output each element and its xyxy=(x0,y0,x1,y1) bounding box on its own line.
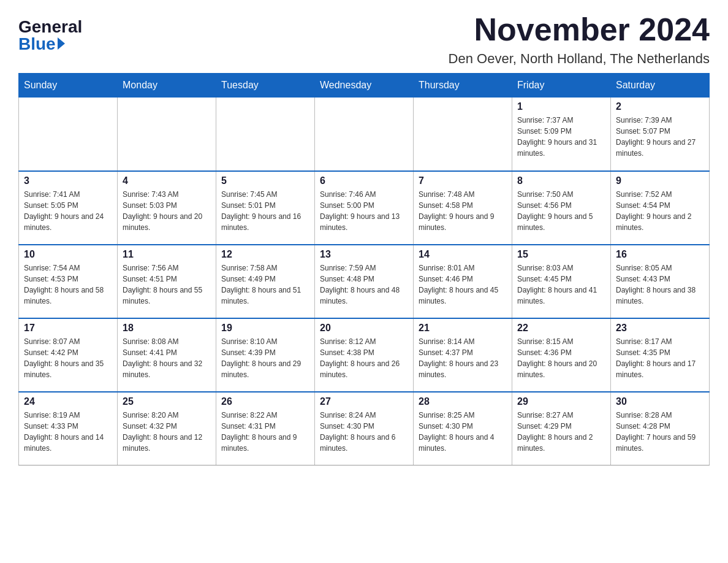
day-number: 12 xyxy=(221,249,309,260)
weekday-header-thursday: Thursday xyxy=(414,74,512,98)
day-number: 22 xyxy=(517,323,605,334)
calendar-cell: 9Sunrise: 7:52 AMSunset: 4:54 PMDaylight… xyxy=(611,171,710,245)
day-info: Sunrise: 8:08 AMSunset: 4:41 PMDaylight:… xyxy=(123,336,211,380)
week-row-4: 17Sunrise: 8:07 AMSunset: 4:42 PMDayligh… xyxy=(19,318,710,392)
calendar-cell: 30Sunrise: 8:28 AMSunset: 4:28 PMDayligh… xyxy=(611,392,710,465)
calendar-cell: 8Sunrise: 7:50 AMSunset: 4:56 PMDaylight… xyxy=(512,171,611,245)
day-number: 17 xyxy=(24,323,112,334)
calendar-cell: 19Sunrise: 8:10 AMSunset: 4:39 PMDayligh… xyxy=(216,318,315,392)
day-info: Sunrise: 7:59 AMSunset: 4:48 PMDaylight:… xyxy=(320,262,408,307)
weekday-header-friday: Friday xyxy=(512,74,611,98)
day-number: 26 xyxy=(221,396,309,407)
calendar-cell: 5Sunrise: 7:45 AMSunset: 5:01 PMDaylight… xyxy=(216,171,315,245)
calendar-cell xyxy=(414,98,512,171)
logo: General Blue xyxy=(18,12,82,53)
day-info: Sunrise: 8:28 AMSunset: 4:28 PMDaylight:… xyxy=(616,410,704,454)
logo-triangle-icon xyxy=(58,37,65,50)
day-info: Sunrise: 7:54 AMSunset: 4:53 PMDaylight:… xyxy=(24,262,112,307)
day-info: Sunrise: 8:19 AMSunset: 4:33 PMDaylight:… xyxy=(24,410,112,454)
day-info: Sunrise: 7:58 AMSunset: 4:49 PMDaylight:… xyxy=(221,262,309,307)
day-info: Sunrise: 8:12 AMSunset: 4:38 PMDaylight:… xyxy=(320,336,408,380)
calendar-cell: 11Sunrise: 7:56 AMSunset: 4:51 PMDayligh… xyxy=(118,245,216,318)
day-info: Sunrise: 7:39 AMSunset: 5:07 PMDaylight:… xyxy=(616,115,704,159)
weekday-header-saturday: Saturday xyxy=(611,74,710,98)
day-number: 24 xyxy=(24,396,112,407)
day-info: Sunrise: 7:41 AMSunset: 5:05 PMDaylight:… xyxy=(24,189,112,233)
day-number: 10 xyxy=(24,249,112,260)
calendar-cell: 29Sunrise: 8:27 AMSunset: 4:29 PMDayligh… xyxy=(512,392,611,465)
day-number: 18 xyxy=(123,323,211,334)
day-info: Sunrise: 7:46 AMSunset: 5:00 PMDaylight:… xyxy=(320,189,408,233)
calendar-cell: 23Sunrise: 8:17 AMSunset: 4:35 PMDayligh… xyxy=(611,318,710,392)
day-number: 7 xyxy=(419,175,507,186)
day-number: 29 xyxy=(517,396,605,407)
day-info: Sunrise: 8:14 AMSunset: 4:37 PMDaylight:… xyxy=(419,336,507,380)
weekday-header-row: SundayMondayTuesdayWednesdayThursdayFrid… xyxy=(19,74,710,98)
day-number: 23 xyxy=(616,323,704,334)
day-number: 19 xyxy=(221,323,309,334)
calendar-cell: 27Sunrise: 8:24 AMSunset: 4:30 PMDayligh… xyxy=(315,392,414,465)
day-info: Sunrise: 7:52 AMSunset: 4:54 PMDaylight:… xyxy=(616,189,704,233)
day-number: 2 xyxy=(616,101,704,112)
day-info: Sunrise: 8:17 AMSunset: 4:35 PMDaylight:… xyxy=(616,336,704,380)
calendar-cell: 2Sunrise: 7:39 AMSunset: 5:07 PMDaylight… xyxy=(611,98,710,171)
calendar-cell: 12Sunrise: 7:58 AMSunset: 4:49 PMDayligh… xyxy=(216,245,315,318)
day-number: 6 xyxy=(320,175,408,186)
calendar-table: SundayMondayTuesdayWednesdayThursdayFrid… xyxy=(18,73,710,465)
weekday-header-monday: Monday xyxy=(118,74,216,98)
week-row-2: 3Sunrise: 7:41 AMSunset: 5:05 PMDaylight… xyxy=(19,171,710,245)
calendar-cell: 10Sunrise: 7:54 AMSunset: 4:53 PMDayligh… xyxy=(19,245,118,318)
calendar-cell: 28Sunrise: 8:25 AMSunset: 4:30 PMDayligh… xyxy=(414,392,512,465)
title-area: November 2024 Den Oever, North Holland, … xyxy=(449,12,710,67)
week-row-1: 1Sunrise: 7:37 AMSunset: 5:09 PMDaylight… xyxy=(19,98,710,171)
day-number: 3 xyxy=(24,175,112,186)
calendar-cell: 3Sunrise: 7:41 AMSunset: 5:05 PMDaylight… xyxy=(19,171,118,245)
calendar-cell: 26Sunrise: 8:22 AMSunset: 4:31 PMDayligh… xyxy=(216,392,315,465)
calendar-cell: 7Sunrise: 7:48 AMSunset: 4:58 PMDaylight… xyxy=(414,171,512,245)
calendar-cell: 22Sunrise: 8:15 AMSunset: 4:36 PMDayligh… xyxy=(512,318,611,392)
logo-blue-text: Blue xyxy=(18,36,56,53)
weekday-header-sunday: Sunday xyxy=(19,74,118,98)
day-info: Sunrise: 8:05 AMSunset: 4:43 PMDaylight:… xyxy=(616,262,704,307)
week-row-5: 24Sunrise: 8:19 AMSunset: 4:33 PMDayligh… xyxy=(19,392,710,465)
day-info: Sunrise: 8:10 AMSunset: 4:39 PMDaylight:… xyxy=(221,336,309,380)
calendar-cell xyxy=(19,98,118,171)
calendar-cell: 13Sunrise: 7:59 AMSunset: 4:48 PMDayligh… xyxy=(315,245,414,318)
month-title: November 2024 xyxy=(449,12,710,47)
day-info: Sunrise: 7:45 AMSunset: 5:01 PMDaylight:… xyxy=(221,189,309,233)
day-info: Sunrise: 8:20 AMSunset: 4:32 PMDaylight:… xyxy=(123,410,211,454)
weekday-header-wednesday: Wednesday xyxy=(315,74,414,98)
day-number: 1 xyxy=(517,101,605,112)
day-number: 11 xyxy=(123,249,211,260)
logo-general-text: General xyxy=(18,18,82,36)
calendar-cell xyxy=(315,98,414,171)
day-info: Sunrise: 7:48 AMSunset: 4:58 PMDaylight:… xyxy=(419,189,507,233)
day-number: 8 xyxy=(517,175,605,186)
location-title: Den Oever, North Holland, The Netherland… xyxy=(449,51,710,67)
day-info: Sunrise: 8:07 AMSunset: 4:42 PMDaylight:… xyxy=(24,336,112,380)
calendar-cell: 18Sunrise: 8:08 AMSunset: 4:41 PMDayligh… xyxy=(118,318,216,392)
logo-blue-area: Blue xyxy=(18,36,65,53)
day-number: 25 xyxy=(123,396,211,407)
day-info: Sunrise: 8:24 AMSunset: 4:30 PMDaylight:… xyxy=(320,410,408,454)
day-number: 14 xyxy=(419,249,507,260)
day-info: Sunrise: 7:56 AMSunset: 4:51 PMDaylight:… xyxy=(123,262,211,307)
day-number: 16 xyxy=(616,249,704,260)
weekday-header-tuesday: Tuesday xyxy=(216,74,315,98)
day-number: 4 xyxy=(123,175,211,186)
calendar-cell: 16Sunrise: 8:05 AMSunset: 4:43 PMDayligh… xyxy=(611,245,710,318)
calendar-cell: 25Sunrise: 8:20 AMSunset: 4:32 PMDayligh… xyxy=(118,392,216,465)
day-number: 15 xyxy=(517,249,605,260)
day-number: 20 xyxy=(320,323,408,334)
day-number: 27 xyxy=(320,396,408,407)
calendar-cell: 20Sunrise: 8:12 AMSunset: 4:38 PMDayligh… xyxy=(315,318,414,392)
day-number: 21 xyxy=(419,323,507,334)
calendar-cell: 6Sunrise: 7:46 AMSunset: 5:00 PMDaylight… xyxy=(315,171,414,245)
calendar-cell xyxy=(118,98,216,171)
day-info: Sunrise: 7:43 AMSunset: 5:03 PMDaylight:… xyxy=(123,189,211,233)
day-info: Sunrise: 8:27 AMSunset: 4:29 PMDaylight:… xyxy=(517,410,605,454)
calendar-cell: 15Sunrise: 8:03 AMSunset: 4:45 PMDayligh… xyxy=(512,245,611,318)
calendar-cell: 1Sunrise: 7:37 AMSunset: 5:09 PMDaylight… xyxy=(512,98,611,171)
day-info: Sunrise: 8:01 AMSunset: 4:46 PMDaylight:… xyxy=(419,262,507,307)
day-info: Sunrise: 7:37 AMSunset: 5:09 PMDaylight:… xyxy=(517,115,605,159)
